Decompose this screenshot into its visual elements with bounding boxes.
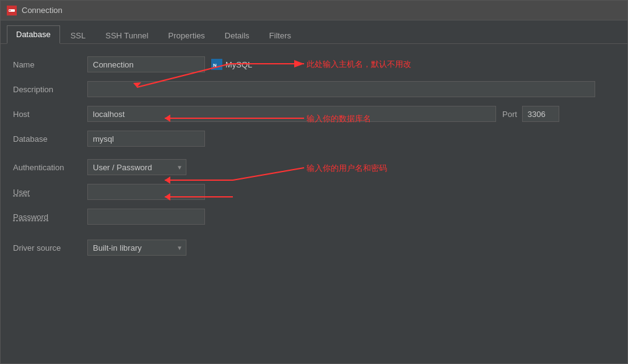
authentication-row: Authentication User / Password No authen… [13, 159, 615, 175]
database-row: Database [13, 131, 615, 147]
name-input-group: N MySQL [87, 56, 252, 72]
content-area: Name N MySQL Description [1, 44, 627, 363]
port-group: Port [502, 106, 559, 122]
name-label: Name [13, 60, 87, 69]
db-type-label: MySQL [225, 60, 252, 69]
tab-filters[interactable]: Filters [260, 27, 300, 44]
description-label: Description [13, 85, 87, 94]
mysql-icon: N [211, 59, 222, 70]
host-input[interactable] [87, 106, 496, 122]
tab-ssl[interactable]: SSL [61, 27, 95, 44]
window-title: Connection [22, 6, 63, 15]
name-input[interactable] [87, 56, 205, 72]
tab-ssh-tunnel[interactable]: SSH Tunnel [96, 27, 157, 44]
driver-source-select[interactable]: Built-in library Custom library [87, 240, 186, 256]
authentication-select-wrapper: User / Password No authentication Window… [87, 159, 186, 175]
database-input[interactable] [87, 131, 205, 147]
port-input[interactable] [522, 106, 559, 122]
host-label: Host [13, 110, 87, 119]
tab-details[interactable]: Details [216, 27, 259, 44]
host-row: Host Port [13, 106, 615, 122]
user-input[interactable] [87, 184, 205, 200]
user-label: User [13, 188, 87, 197]
main-window: Connection Database SSL SSH Tunnel Prope… [0, 0, 628, 364]
authentication-label: Authentication [13, 163, 87, 172]
tab-properties[interactable]: Properties [159, 27, 214, 44]
authentication-select[interactable]: User / Password No authentication Window… [87, 159, 186, 175]
svg-point-2 [9, 10, 11, 11]
description-input[interactable] [87, 81, 595, 97]
description-row: Description [13, 81, 615, 97]
svg-marker-16 [165, 176, 170, 184]
database-label: Database [13, 134, 87, 144]
app-icon [7, 6, 17, 15]
tab-bar: Database SSL SSH Tunnel Properties Detai… [1, 20, 627, 44]
db-type-indicator: N MySQL [211, 59, 252, 70]
driver-source-label: Driver source [13, 243, 87, 253]
name-row: Name N MySQL [13, 56, 615, 72]
title-bar: Connection [1, 1, 627, 20]
driver-source-select-wrapper: Built-in library Custom library ▼ [87, 240, 186, 256]
tab-database[interactable]: Database [7, 25, 60, 44]
password-label: Password [13, 212, 87, 222]
password-input[interactable] [87, 209, 205, 225]
user-row: User [13, 184, 615, 200]
svg-text:N: N [213, 63, 217, 68]
password-row: Password [13, 209, 615, 225]
driver-source-row: Driver source Built-in library Custom li… [13, 240, 615, 256]
port-label: Port [502, 110, 517, 119]
